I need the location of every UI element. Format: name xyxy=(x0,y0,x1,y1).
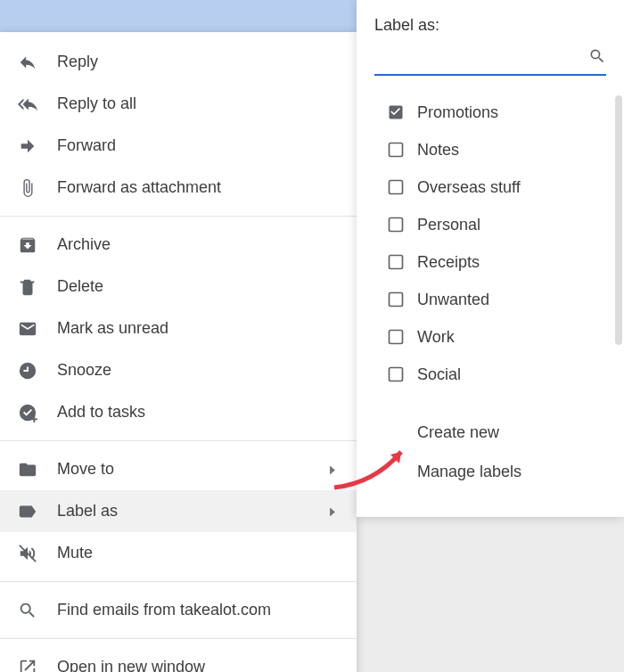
checkbox-unchecked-icon xyxy=(387,291,405,308)
menu-item-label: Forward as attachment xyxy=(57,178,221,197)
svg-rect-1 xyxy=(390,143,403,157)
reply-icon xyxy=(18,52,45,73)
label-search-row xyxy=(374,47,606,76)
menu-item-label: Archive xyxy=(57,235,111,254)
menu-item-label: Snooze xyxy=(57,361,111,380)
label-name: Notes xyxy=(417,141,459,160)
label-name: Unwanted xyxy=(417,291,489,309)
menu-item-label: Label as xyxy=(57,502,118,520)
svg-rect-5 xyxy=(390,293,403,307)
menu-separator xyxy=(0,638,357,639)
menu-item-label: Add to tasks xyxy=(57,403,145,422)
label-search-input[interactable] xyxy=(374,49,588,67)
svg-rect-2 xyxy=(390,181,403,194)
menu-item-add-to-tasks[interactable]: Add to tasks xyxy=(0,391,357,433)
archive-icon xyxy=(18,234,45,256)
menu-separator xyxy=(0,440,357,441)
snooze-icon xyxy=(18,360,45,381)
menu-item-label-as[interactable]: Label as xyxy=(0,490,357,532)
checkbox-unchecked-icon xyxy=(387,216,405,234)
menu-item-find-emails-from[interactable]: Find emails from takealot.com xyxy=(0,589,357,631)
menu-item-forward-as-attachment[interactable]: Forward as attachment xyxy=(0,167,357,209)
label-name: Overseas stuff xyxy=(417,178,521,197)
label-action-text: Create new xyxy=(417,423,499,442)
menu-item-label: Delete xyxy=(57,277,103,296)
menu-item-delete[interactable]: Delete xyxy=(0,266,357,307)
chevron-right-icon xyxy=(328,502,337,520)
checkbox-unchecked-icon xyxy=(387,253,405,271)
label-checkbox-receipts[interactable]: Receipts xyxy=(357,243,624,281)
label-name: Personal xyxy=(417,216,480,234)
menu-separator xyxy=(0,581,357,582)
label-name: Receipts xyxy=(417,253,480,272)
attachment-icon xyxy=(18,177,45,199)
menu-item-mute[interactable]: Mute xyxy=(0,532,357,574)
menu-item-label: Reply to all xyxy=(57,94,136,113)
svg-rect-4 xyxy=(390,256,403,269)
forward-icon xyxy=(18,135,45,157)
checkbox-unchecked-icon xyxy=(387,328,405,346)
menu-item-label: Open in new window xyxy=(57,658,205,672)
checkbox-unchecked-icon xyxy=(387,365,405,383)
label-checkbox-unwanted[interactable]: Unwanted xyxy=(357,281,624,318)
svg-rect-6 xyxy=(390,331,403,344)
chevron-right-icon xyxy=(328,460,337,479)
label-action-manage-labels[interactable]: Manage labels xyxy=(357,452,624,491)
label-checkbox-overseas-stuff[interactable]: Overseas stuff xyxy=(357,168,624,206)
menu-item-reply-all[interactable]: Reply to all xyxy=(0,83,357,125)
menu-separator xyxy=(0,216,357,217)
menu-item-move-to[interactable]: Move to xyxy=(0,448,357,490)
label-action-create-new[interactable]: Create new xyxy=(357,413,624,452)
menu-item-forward[interactable]: Forward xyxy=(0,125,357,167)
label-name: Social xyxy=(417,365,461,384)
menu-item-archive[interactable]: Archive xyxy=(0,224,357,266)
svg-rect-7 xyxy=(390,368,403,381)
menu-item-snooze[interactable]: Snooze xyxy=(0,349,357,391)
label-name: Promotions xyxy=(417,103,498,122)
search-icon xyxy=(18,600,45,621)
label-icon xyxy=(18,501,45,522)
open-new-window-icon xyxy=(18,657,45,673)
label-checkbox-personal[interactable]: Personal xyxy=(357,206,624,243)
menu-item-label: Mark as unread xyxy=(57,319,168,338)
label-checkbox-notes[interactable]: Notes xyxy=(357,131,624,168)
move-to-icon xyxy=(18,459,45,480)
email-context-menu: Reply Reply to all Forward Forward as at… xyxy=(0,32,357,672)
label-actions: Create new Manage labels xyxy=(357,413,624,491)
label-checkbox-social[interactable]: Social xyxy=(357,356,624,393)
svg-rect-3 xyxy=(390,218,403,232)
mute-icon xyxy=(18,543,45,564)
menu-item-label: Move to xyxy=(57,460,114,479)
menu-item-open-new-window[interactable]: Open in new window xyxy=(0,646,357,672)
menu-item-label: Mute xyxy=(57,544,93,562)
label-as-submenu: Label as: Promotions Notes Overseas stuf… xyxy=(357,0,624,517)
mark-unread-icon xyxy=(18,318,45,340)
checkbox-unchecked-icon xyxy=(387,141,405,159)
label-popup-title: Label as: xyxy=(357,0,624,40)
label-list: Promotions Notes Overseas stuff Personal xyxy=(357,94,624,406)
window-titlebar-fragment xyxy=(0,0,357,32)
menu-item-reply[interactable]: Reply xyxy=(0,41,357,83)
scrollbar-thumb[interactable] xyxy=(615,95,622,345)
menu-item-label: Forward xyxy=(57,136,116,155)
reply-all-icon xyxy=(18,94,45,115)
label-name: Work xyxy=(417,328,455,347)
search-icon xyxy=(588,47,606,69)
checkbox-checked-icon xyxy=(387,103,405,121)
menu-item-mark-unread[interactable]: Mark as unread xyxy=(0,307,357,349)
add-task-icon xyxy=(18,402,45,423)
menu-item-label: Find emails from takealot.com xyxy=(57,601,271,619)
label-checkbox-promotions[interactable]: Promotions xyxy=(357,94,624,131)
menu-item-label: Reply xyxy=(57,53,98,71)
checkbox-unchecked-icon xyxy=(387,178,405,196)
delete-icon xyxy=(18,276,45,298)
label-action-text: Manage labels xyxy=(417,463,521,481)
label-checkbox-work[interactable]: Work xyxy=(357,318,624,356)
